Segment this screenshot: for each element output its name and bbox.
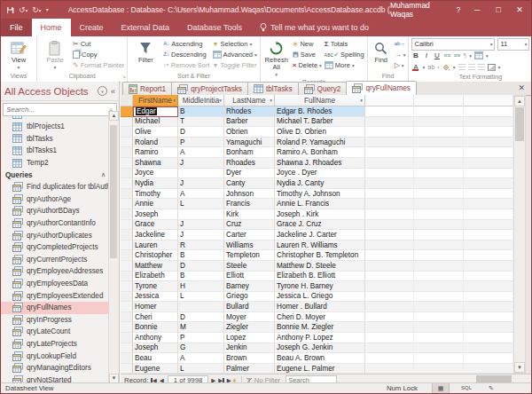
more-button[interactable]: More▾ xyxy=(325,60,364,70)
cell[interactable]: Annie L. Francis xyxy=(275,199,365,209)
record-selector[interactable] xyxy=(121,169,133,179)
cell[interactable]: Timothy xyxy=(133,189,178,200)
highlight-color-icon[interactable]: ab xyxy=(427,63,434,71)
object-tab-qryfullnames[interactable]: qryFullNames xyxy=(346,81,417,95)
cell[interactable]: B xyxy=(178,272,224,282)
close-button[interactable]: ✕ xyxy=(515,5,524,14)
cell[interactable]: Joseph G. Jenkin xyxy=(275,343,365,354)
cell[interactable]: Jenkin xyxy=(224,343,275,354)
cell[interactable]: H xyxy=(178,281,224,292)
cell[interactable]: Eugene L. Palmer xyxy=(275,364,365,374)
tab-home[interactable]: Home xyxy=(32,19,71,36)
cell[interactable]: B xyxy=(178,106,224,117)
tab-create[interactable]: Create xyxy=(71,19,113,36)
alternate-row-color-icon[interactable] xyxy=(488,64,496,71)
record-selector[interactable] xyxy=(121,343,133,354)
object-tab-tbltasks[interactable]: tblTasks xyxy=(247,82,299,95)
toggle-filter-button[interactable]: ▼Toggle Filter xyxy=(213,60,257,70)
cell[interactable]: A xyxy=(178,353,224,364)
underline-button[interactable]: U xyxy=(433,51,441,59)
scroll-down-icon[interactable]: ▼ xyxy=(514,362,525,373)
copy-button[interactable]: Copy xyxy=(73,50,124,59)
nav-item-qryemployeesextended[interactable]: qryEmployeesExtended xyxy=(1,289,109,302)
record-selector[interactable] xyxy=(121,127,133,138)
cell[interactable]: Olive xyxy=(133,127,178,138)
cell[interactable]: P xyxy=(178,138,224,148)
cell[interactable]: Jessica xyxy=(133,292,178,303)
record-selector[interactable] xyxy=(121,353,133,364)
column-dropdown-icon[interactable]: ▾ xyxy=(173,98,176,103)
cell[interactable]: Canty xyxy=(224,178,275,189)
cell[interactable]: Bonnie M. Ziegler xyxy=(275,322,365,333)
cell[interactable] xyxy=(178,169,224,179)
find-button[interactable]: Find xyxy=(371,38,392,64)
cell[interactable]: Ramiro xyxy=(133,147,178,158)
replace-button[interactable]: ab↔ xyxy=(395,39,406,49)
object-tab-query2[interactable]: Query2 xyxy=(298,82,348,95)
scroll-up-icon[interactable]: ▲ xyxy=(514,96,525,106)
align-left-icon[interactable] xyxy=(458,64,466,70)
text-direction-icon[interactable]: ¶ xyxy=(463,51,466,59)
nav-item-qryauthorbdays[interactable]: qryAuthorBDays xyxy=(1,205,109,217)
record-selector[interactable] xyxy=(121,261,133,272)
cell[interactable] xyxy=(178,209,224,220)
cell[interactable]: Matthew D. Steele xyxy=(275,261,365,272)
cell[interactable]: Joyce xyxy=(133,169,178,179)
font-name-select[interactable]: Calibri▾ xyxy=(411,38,495,51)
cell[interactable]: Barney xyxy=(224,281,275,292)
minimize-button[interactable]: ─ xyxy=(473,5,481,14)
sql-view-button[interactable]: SQL xyxy=(458,383,474,393)
cell[interactable]: A xyxy=(178,189,224,200)
cell[interactable]: Carter xyxy=(224,230,275,240)
nav-item-qrylatecount[interactable]: qryLateCount xyxy=(1,326,109,338)
nav-item-qryemployeeaddresses[interactable]: qryEmployeeAddresses xyxy=(1,265,109,278)
cell[interactable]: Michael T. Barber xyxy=(275,117,365,128)
record-selector[interactable] xyxy=(121,281,133,292)
cell[interactable]: Palmer xyxy=(224,364,275,374)
object-tab-qryprojecttasks[interactable]: qryProjectTasks xyxy=(171,82,248,95)
undo-icon[interactable]: ↺▾ xyxy=(19,5,27,15)
cell[interactable]: Jessica L. Griego xyxy=(275,292,365,303)
design-view-button[interactable]: ✎ xyxy=(483,383,499,393)
cell[interactable]: Dyer xyxy=(224,169,275,179)
cell[interactable]: Rhodes xyxy=(224,106,275,117)
cut-button[interactable]: ✂Cut xyxy=(73,39,124,49)
cell[interactable]: P xyxy=(178,333,224,343)
cell[interactable]: Beau A. Brown xyxy=(275,353,365,364)
save-icon[interactable] xyxy=(6,6,14,14)
cell[interactable]: Templeton xyxy=(224,250,275,261)
nav-item-qrylateprojects[interactable]: qryLateProjects xyxy=(1,338,109,351)
totals-button[interactable]: ΣTotals xyxy=(325,39,364,49)
filter-button[interactable]: Filter xyxy=(130,38,160,64)
cell[interactable]: Shawna J. Rhoades xyxy=(275,158,365,169)
nav-item-qrycompletedprojects[interactable]: qryCompletedProjects xyxy=(1,241,109,254)
datasheet-view-button[interactable]: ▦ xyxy=(432,383,450,393)
cell[interactable]: G xyxy=(178,343,224,354)
nav-menu-icon[interactable]: ▾ xyxy=(98,86,107,96)
cell[interactable]: Bonnie xyxy=(133,322,178,333)
cell[interactable]: Grace J. Cruz xyxy=(275,220,365,231)
cell[interactable]: Elliott xyxy=(224,272,275,282)
cell[interactable]: D xyxy=(178,261,224,272)
tab-external-data[interactable]: External Data xyxy=(113,19,179,36)
cell[interactable]: Bonham xyxy=(224,147,275,158)
nav-scrollbar[interactable]: ▲ ▼ xyxy=(108,111,119,383)
column-header-firstname[interactable]: FirstName▾ xyxy=(133,95,178,106)
font-color-button[interactable]: A xyxy=(411,63,419,71)
cell[interactable]: Timothy A. Johnson xyxy=(275,189,365,200)
cell[interactable]: Nydia xyxy=(133,178,178,189)
record-selector[interactable] xyxy=(121,178,133,189)
view-button[interactable]: View▾ xyxy=(4,38,34,71)
cell[interactable]: Ziegler xyxy=(224,322,275,333)
cell[interactable]: Shawna xyxy=(133,158,178,169)
signed-in-user[interactable]: Muhammad Waqas xyxy=(390,1,444,19)
record-selector[interactable] xyxy=(121,199,133,209)
group-collapse-icon[interactable]: ∧ xyxy=(101,171,106,178)
record-selector[interactable] xyxy=(121,312,133,323)
nav-item-qrymanagingeditors[interactable]: qryManagingEditors xyxy=(1,362,109,374)
cell[interactable]: Michael xyxy=(133,117,178,128)
cell[interactable]: Barber xyxy=(224,117,275,128)
cell[interactable]: L xyxy=(178,199,224,209)
cell[interactable]: L xyxy=(178,364,224,374)
cell[interactable]: Joseph xyxy=(133,209,178,220)
